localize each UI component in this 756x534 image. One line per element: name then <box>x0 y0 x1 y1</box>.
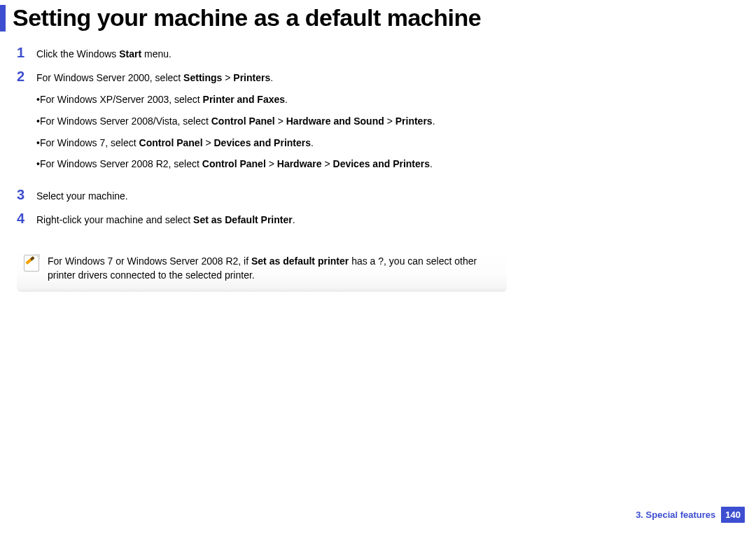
text: menu. <box>141 48 172 59</box>
text-bold: Control Panel <box>211 115 275 127</box>
text-bold: Control Panel <box>202 158 266 169</box>
text: . <box>311 137 314 148</box>
step-number: 3 <box>17 186 36 202</box>
text-bold: Set as Default Printer <box>193 214 293 225</box>
step-2-sub3: •For Windows 7, select Control Panel > D… <box>36 136 465 150</box>
step-number: 1 <box>17 44 36 59</box>
text-bold: Printers <box>396 115 433 127</box>
text-bold: Hardware <box>277 158 322 169</box>
footer-page-number: 140 <box>721 507 745 523</box>
text: . <box>270 72 273 83</box>
text: . <box>433 115 435 127</box>
text: For Windows Server 2000, select <box>36 72 183 83</box>
text: Right-click your machine and select <box>36 214 193 225</box>
text: For Windows 7 or Windows Server 2008 R2,… <box>48 255 251 267</box>
content-column: 1 Click the Windows Start menu. 2 For Wi… <box>17 44 465 292</box>
step-2-sub2: •For Windows Server 2008/Vista, select C… <box>36 115 465 128</box>
text-bold: Start <box>119 48 141 59</box>
text: . <box>293 214 295 225</box>
step-number: 4 <box>17 210 36 225</box>
step-2-sub4: •For Windows Server 2008 R2, select Cont… <box>36 157 465 171</box>
text-bold: Devices and Printers <box>333 158 430 169</box>
page-title: Setting your machine as a default machin… <box>13 4 481 31</box>
text: > <box>222 72 233 83</box>
note-box: For Windows 7 or Windows Server 2008 R2,… <box>17 248 507 292</box>
text: > <box>266 158 277 169</box>
text-bold: Settings <box>183 72 222 83</box>
step-body: Select your machine. <box>36 188 465 203</box>
text: . <box>430 158 433 169</box>
note-text: For Windows 7 or Windows Server 2008 R2,… <box>48 255 497 282</box>
text: > <box>322 158 333 169</box>
text-bold: Set as default printer <box>251 255 349 267</box>
note-icon <box>24 255 39 272</box>
step-4: 4 Right-click your machine and select Se… <box>17 210 465 227</box>
text: Select your machine. <box>36 190 128 202</box>
text-bold: Printer and Faxes <box>203 94 286 105</box>
title-bar-wrap: Setting your machine as a default machin… <box>0 0 756 31</box>
step-body: Click the Windows Start menu. <box>36 46 465 61</box>
step-2-sub1: •For Windows XP/Server 2003, select Prin… <box>36 93 465 106</box>
text: Click the Windows <box>36 48 119 59</box>
step-number: 2 <box>17 68 36 83</box>
text-bold: Control Panel <box>139 137 203 148</box>
text: > <box>203 137 214 148</box>
text-bold: Devices and Printers <box>214 137 312 148</box>
text: •For Windows 7, select <box>36 137 139 148</box>
text: •For Windows XP/Server 2003, select <box>36 94 203 105</box>
text: . <box>285 94 288 105</box>
text: > <box>384 115 396 127</box>
text-bold: Hardware and Sound <box>286 115 384 127</box>
text: •For Windows Server 2008 R2, select <box>36 158 202 169</box>
text: •For Windows Server 2008/Vista, select <box>36 115 211 127</box>
step-body: For Windows Server 2000, select Settings… <box>36 70 465 179</box>
step-2: 2 For Windows Server 2000, select Settin… <box>17 68 465 179</box>
page-footer: 3. Special features 140 <box>636 507 745 523</box>
title-accent-bar <box>0 5 6 31</box>
text-bold: Printers <box>233 72 270 83</box>
step-3: 3 Select your machine. <box>17 186 465 203</box>
footer-section: 3. Special features <box>636 510 715 520</box>
step-1: 1 Click the Windows Start menu. <box>17 44 465 61</box>
text: > <box>275 115 286 127</box>
step-body: Right-click your machine and select Set … <box>36 212 465 227</box>
